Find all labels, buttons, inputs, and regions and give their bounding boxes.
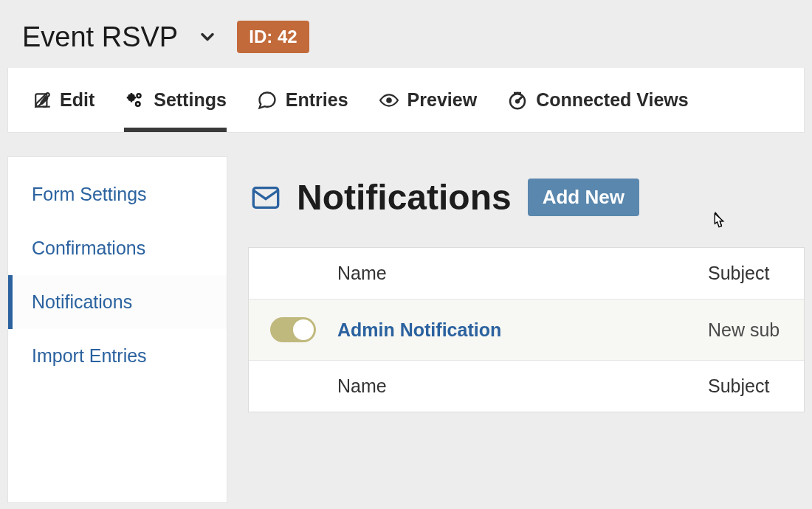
cursor-icon: [709, 211, 729, 235]
column-footer-name: Name: [337, 361, 708, 412]
tab-label: Edit: [60, 89, 94, 111]
gauge-icon: [506, 89, 529, 111]
svg-point-12: [386, 97, 392, 103]
content-area: Form Settings Confirmations Notification…: [7, 156, 805, 503]
column-toggle: [249, 369, 337, 404]
add-new-button[interactable]: Add New: [528, 179, 639, 216]
table-footer-row: Name Subject: [249, 361, 804, 412]
tab-entries[interactable]: Entries: [256, 68, 348, 132]
sidebar-item-label: Import Entries: [32, 345, 147, 366]
gears-icon: [124, 89, 146, 111]
tab-edit[interactable]: Edit: [33, 68, 94, 132]
sidebar-item-label: Notifications: [32, 291, 132, 312]
tab-preview[interactable]: Preview: [378, 68, 478, 132]
sidebar-item-label: Form Settings: [32, 184, 147, 204]
tabs-bar: Edit Settings Entries Preview Connected …: [7, 68, 805, 133]
eye-icon: [378, 91, 400, 110]
main-panel: Notifications Add New Name Subject Admin…: [248, 156, 805, 503]
sidebar-item-notifications[interactable]: Notifications: [8, 275, 227, 329]
tab-label: Preview: [407, 89, 478, 111]
svg-point-5: [138, 94, 140, 97]
svg-point-7: [137, 103, 140, 105]
edit-icon: [33, 91, 52, 110]
table-header-row: Name Subject: [249, 248, 804, 299]
header-bar: Event RSVP ID: 42: [0, 0, 812, 68]
column-header-name: Name: [337, 248, 708, 299]
svg-point-14: [516, 100, 519, 103]
notification-name-link[interactable]: Admin Notification: [337, 305, 708, 356]
enabled-toggle[interactable]: [270, 317, 316, 342]
notifications-table: Name Subject Admin Notification New sub …: [248, 247, 805, 412]
form-title-dropdown[interactable]: Event RSVP: [22, 21, 218, 53]
toggle-knob: [293, 319, 314, 340]
sidebar-item-confirmations[interactable]: Confirmations: [8, 221, 227, 275]
mail-icon: [248, 183, 283, 212]
column-header-subject: Subject: [708, 248, 804, 299]
sidebar-item-import-entries[interactable]: Import Entries: [8, 329, 227, 383]
chat-bubble-icon: [256, 90, 278, 111]
tab-label: Settings: [154, 89, 227, 111]
page-heading: Notifications Add New: [248, 177, 805, 218]
settings-sidebar: Form Settings Confirmations Notification…: [7, 156, 227, 503]
sidebar-item-form-settings[interactable]: Form Settings: [8, 167, 227, 221]
tab-settings[interactable]: Settings: [124, 68, 227, 132]
row-toggle-cell: [249, 299, 337, 360]
column-toggle: [249, 256, 337, 291]
page-title: Notifications: [297, 177, 512, 218]
column-footer-subject: Subject: [708, 361, 804, 412]
tab-label: Connected Views: [536, 89, 689, 111]
chevron-down-icon: [197, 27, 218, 47]
table-row: Admin Notification New sub: [249, 299, 804, 361]
tab-label: Entries: [286, 89, 348, 111]
tab-connected-views[interactable]: Connected Views: [506, 68, 689, 132]
notification-subject: New sub: [708, 305, 804, 356]
sidebar-item-label: Confirmations: [32, 238, 145, 258]
form-title: Event RSVP: [22, 21, 178, 53]
form-id-badge: ID: 42: [237, 21, 309, 53]
